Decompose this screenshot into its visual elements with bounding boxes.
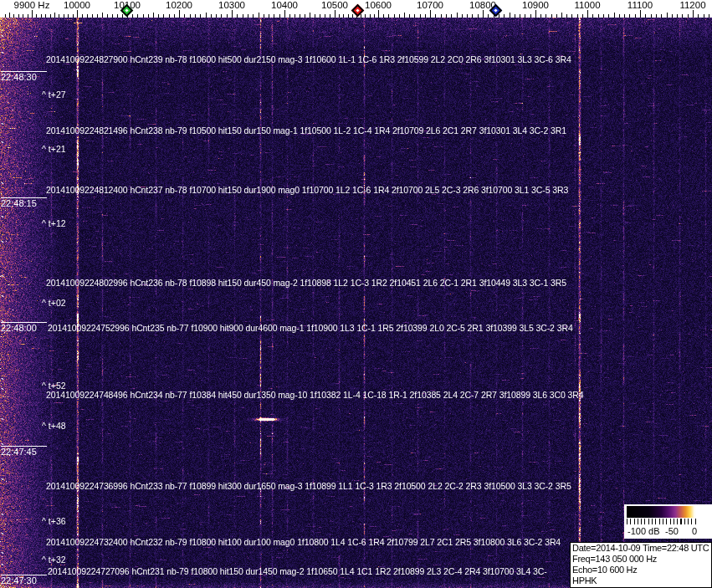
freq-tick-label: 11200 <box>679 1 705 10</box>
edge-tick-mark: ` <box>1 184 6 191</box>
db-color-scale: -100 dB -50 0 <box>624 504 712 539</box>
overlay-layer: 9900 Hz100001010010200103001040010500106… <box>0 0 712 588</box>
time-offset-marker: ^ t+21 <box>42 144 66 154</box>
edge-tick-mark: ` <box>1 445 6 452</box>
time-axis-label: 22:48:15 <box>1 197 47 208</box>
edge-tick-mark: ` <box>1 420 6 427</box>
freq-tick-label: 10000 <box>64 1 90 10</box>
freq-tick-label: 11100 <box>627 1 653 10</box>
detection-text: 20141009224736996 hCnt233 nb-77 f10899 h… <box>46 481 571 491</box>
freq-tick-label: 10300 <box>218 1 245 10</box>
freq-tick-label: 10600 <box>365 1 392 10</box>
edge-tick-mark: ` <box>1 480 6 487</box>
edge-tick-mark: ` <box>1 534 6 541</box>
freq-tick-label: 9900 Hz <box>14 1 50 10</box>
edge-tick-mark: ` <box>1 390 6 396</box>
time-axis-label: 22:48:30 <box>1 71 47 82</box>
freq-tick-label: 10400 <box>271 1 298 10</box>
detection-text: 20141009224812400 hCnt237 nb-78 f10700 h… <box>46 185 568 195</box>
edge-tick-mark: ` <box>1 515 6 522</box>
edge-tick-mark: ` <box>1 37 6 43</box>
freq-tick-label: 10200 <box>166 1 192 10</box>
edge-tick-mark: ` <box>1 277 6 284</box>
time-offset-marker: ^ t+36 <box>42 516 66 526</box>
freq-tick-label: 11000 <box>574 1 600 10</box>
edge-tick-mark: ` <box>1 380 6 386</box>
db-label-min: -100 dB <box>627 526 660 536</box>
edge-tick-mark: ` <box>1 143 6 150</box>
time-offset-marker: ^ t+32 <box>42 555 66 565</box>
edge-tick-mark: ` <box>1 297 6 304</box>
detection-text: 20141009224748496 hCnt234 nb-77 f10384 h… <box>46 390 584 400</box>
edge-tick-mark: ` <box>1 243 6 249</box>
db-scale-labels: -100 dB -50 0 <box>624 526 712 538</box>
freq-tick-label: 10700 <box>417 1 443 10</box>
edge-tick-mark: ` <box>1 125 6 131</box>
time-offset-marker: ^ t+02 <box>42 298 66 308</box>
detection-text: 20141009224802996 hCnt236 nb-78 f10898 h… <box>46 278 566 288</box>
time-axis-label: 22:47:45 <box>1 446 47 457</box>
detection-text: 20141009224732400 hCnt232 nb-79 f10800 h… <box>46 537 561 547</box>
detection-text: 20141009224827900 hCnt239 nb-78 f10600 h… <box>46 54 571 64</box>
detection-text: 20141009224821496 hCnt238 nb-79 f10500 h… <box>46 125 566 135</box>
freq-marker-red-diamond[interactable] <box>351 4 365 18</box>
edge-tick-mark: ` <box>1 217 6 224</box>
info-frequency: Freq=143 050 000 Hz <box>572 554 709 565</box>
edge-tick-mark: ` <box>1 322 6 329</box>
edge-tick-mark: ` <box>1 554 6 560</box>
edge-tick-mark: ` <box>1 54 6 60</box>
info-date-time: Date=2014-10-09 Time=22:48 UTC <box>572 543 709 554</box>
time-axis-label: 22:47:30 <box>1 575 47 585</box>
db-gradient-strip <box>627 506 696 518</box>
freq-tick-label: 10500 <box>321 1 348 10</box>
db-label-max: 0 <box>692 526 697 536</box>
info-echo: Echo=10 600 Hz <box>572 565 709 575</box>
time-offset-marker: ^ t+52 <box>42 381 66 391</box>
freq-tick-label: 10900 <box>522 1 549 10</box>
detection-text: 20141009224752996 hCnt235 nb-77 f10900 h… <box>48 323 573 333</box>
db-scale-ticks <box>627 519 699 524</box>
db-label-mid: -50 <box>665 526 679 536</box>
status-info-box: Date=2014-10-09 Time=22:48 UTC Freq=143 … <box>570 542 712 588</box>
info-station: HPHK <box>572 575 709 586</box>
detection-text: 20141009224727096 hCnt231 nb-79 f10800 h… <box>48 566 547 576</box>
time-axis-label: 22:48:00 <box>1 322 47 333</box>
time-offset-marker: ^ t+27 <box>42 89 66 100</box>
time-offset-marker: ^ t+48 <box>42 421 66 431</box>
edge-tick-mark: ` <box>1 565 6 572</box>
time-offset-marker: ^ t+12 <box>42 218 66 228</box>
